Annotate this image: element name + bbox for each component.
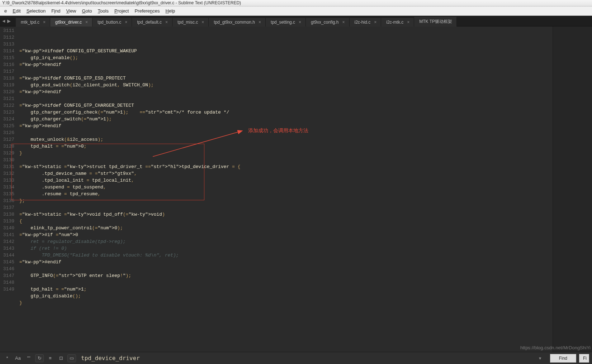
menu-project[interactable]: Project	[112, 7, 132, 15]
tab-MTK-TP-[interactable]: MTK TP驱动框架	[414, 17, 457, 27]
menu-help[interactable]: Help	[163, 7, 178, 15]
line-number: 3145	[0, 259, 14, 265]
find-wrap-icon[interactable]: ↻	[35, 354, 44, 362]
tab-gt9xx_config-h[interactable]: gt9xx_config.h×	[306, 18, 349, 27]
code-line: gtp_irq_enable();	[19, 54, 553, 61]
line-number: 3127	[0, 136, 14, 143]
find-regex-icon[interactable]: *	[3, 354, 11, 362]
line-number: 3144	[0, 252, 14, 259]
code-line	[19, 95, 553, 102]
close-icon[interactable]: ×	[125, 20, 127, 25]
close-icon[interactable]: ×	[85, 20, 88, 25]
tab-mtk_tpd-c[interactable]: mtk_tpd.c×	[16, 18, 50, 27]
code-line: ="kw-pp">#endif	[19, 259, 553, 265]
find-preserve-icon[interactable]: ▭	[67, 354, 76, 362]
code-line: ="kw-pp">#endif	[19, 61, 553, 68]
tab-label: MTK TP驱动框架	[419, 19, 452, 25]
find-input[interactable]	[81, 355, 535, 361]
tab-tpd_setting-c[interactable]: tpd_setting.c×	[266, 18, 306, 27]
line-number: 3143	[0, 245, 14, 252]
code-line: ="kw-st">static ="kw-ty">struct tpd_driv…	[19, 163, 553, 170]
close-icon[interactable]: ×	[202, 20, 204, 25]
minimap[interactable]	[553, 27, 592, 352]
window-titlebar: Y:\9_0\work2\8788\alps\kernel-4.4\driver…	[0, 0, 592, 6]
line-number: 3142	[0, 238, 14, 245]
code-line: ="kw-pp">#ifndef CONFIG_GTP_GESTURE_WAKE…	[19, 48, 553, 54]
tab-bar: ◄ ▶ mtk_tpd.c×gt9xx_driver.c×tpd_button.…	[0, 16, 592, 27]
line-number: 3148	[0, 279, 14, 286]
code-line: if (ret != 0)	[19, 245, 553, 252]
tab-i2c-hid-c[interactable]: i2c-hid.c×	[350, 18, 382, 27]
menu-goto[interactable]: Goto	[79, 7, 95, 15]
close-icon[interactable]: ×	[299, 20, 301, 25]
menu-bar: e Edit Selection Find View Goto Tools Pr…	[0, 6, 592, 16]
line-number: 3111	[0, 27, 14, 34]
tab-label: i2c-mtk.c	[386, 20, 403, 25]
code-line: .suspend = tpd_suspend,	[19, 184, 553, 191]
find-highlight-icon[interactable]: ⊡	[57, 354, 65, 362]
line-number: 3118	[0, 75, 14, 82]
close-icon[interactable]: ×	[43, 20, 46, 25]
line-number: 3112	[0, 34, 14, 41]
tab-label: tpd_setting.c	[271, 20, 295, 25]
code-line	[19, 279, 553, 286]
find-prev-button[interactable]: Fi	[579, 354, 589, 363]
tab-tpd_button-c[interactable]: tpd_button.c×	[93, 18, 132, 27]
line-number: 3135	[0, 191, 14, 197]
tab-label: tpd_misc.c	[177, 20, 198, 25]
window-title: Y:\9_0\work2\8788\alps\kernel-4.4\driver…	[2, 0, 241, 5]
find-inselection-icon[interactable]: ≡	[46, 354, 55, 362]
menu-view[interactable]: View	[63, 7, 79, 15]
nav-forward-icon[interactable]: ▶	[7, 18, 13, 24]
tab-label: gt9xx_driver.c	[55, 20, 82, 25]
line-number: 3117	[0, 68, 14, 75]
find-button[interactable]: Find	[550, 354, 576, 363]
menu-tools[interactable]: Tools	[95, 7, 112, 15]
line-number: 3122	[0, 102, 14, 109]
close-icon[interactable]: ×	[165, 20, 168, 25]
tab-label: mtk_tpd.c	[21, 20, 39, 25]
nav-arrows: ◄ ▶	[1, 18, 13, 24]
menu-selection[interactable]: Selection	[24, 7, 48, 15]
code-view[interactable]: ="kw-pp">#ifndef CONFIG_GTP_GESTURE_WAKE…	[16, 27, 553, 352]
code-line: ="kw-st">static ="kw-ty">void tpd_off(="…	[19, 211, 553, 218]
tab-label: gt9xx_config.h	[311, 20, 338, 25]
line-number: 3123	[0, 109, 14, 116]
line-number: 3136	[0, 197, 14, 204]
menu-find[interactable]: Find	[48, 7, 63, 15]
find-history-chevron-icon[interactable]: ▼	[535, 355, 545, 362]
code-line: {	[19, 218, 553, 225]
tab-gt9xx_driver-c[interactable]: gt9xx_driver.c×	[50, 18, 93, 27]
code-line	[19, 265, 553, 272]
code-line: .tpd_local_init = tpd_local_init,	[19, 177, 553, 184]
code-line	[19, 41, 553, 48]
close-icon[interactable]: ×	[407, 20, 409, 25]
find-case-icon[interactable]: Aa	[14, 354, 22, 362]
nav-back-icon[interactable]: ◄	[1, 18, 7, 24]
menu-preferences[interactable]: Preferences	[132, 7, 162, 15]
line-number: 3128	[0, 143, 14, 150]
code-line: ="kw-pp">#if ="num">0	[19, 231, 553, 238]
line-number: 3139	[0, 218, 14, 225]
close-icon[interactable]: ×	[259, 20, 261, 25]
line-number: 3129	[0, 150, 14, 157]
code-line: gtp_irq_disable();	[19, 293, 553, 300]
menu-file[interactable]: e	[1, 7, 10, 15]
code-line	[19, 157, 553, 163]
close-icon[interactable]: ×	[342, 20, 345, 25]
line-number: 3147	[0, 272, 14, 279]
code-line	[19, 68, 553, 75]
line-number: 3137	[0, 204, 14, 211]
close-icon[interactable]: ×	[374, 20, 376, 25]
tab-tpd_default-c[interactable]: tpd_default.c×	[132, 18, 172, 27]
code-line: }	[19, 150, 553, 157]
code-line: .resume = tpd_resume,	[19, 191, 553, 197]
menu-edit[interactable]: Edit	[10, 7, 23, 15]
code-line: mutex_unlock(&i2c_access);	[19, 136, 553, 143]
tab-i2c-mtk-c[interactable]: i2c-mtk.c×	[381, 18, 414, 27]
code-line: ret = regulator_disable(tpd->reg);	[19, 238, 553, 245]
tab-tpd_misc-c[interactable]: tpd_misc.c×	[172, 18, 209, 27]
tab-label: tpd_button.c	[98, 20, 121, 25]
find-wholeword-icon[interactable]: ""	[24, 354, 33, 362]
tab-tpd_gt9xx_common-h[interactable]: tpd_gt9xx_common.h×	[209, 18, 266, 27]
